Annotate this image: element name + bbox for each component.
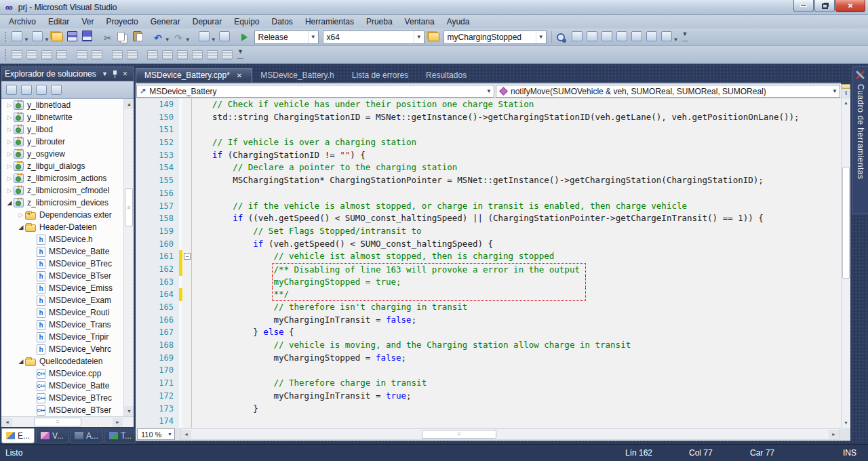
scroll-up-icon[interactable]: ▲: [124, 99, 134, 109]
configuration-combo[interactable]: Release ▼: [254, 31, 319, 44]
tree-item[interactable]: ▷y_librouter: [1, 136, 134, 148]
code-line-160[interactable]: 160if (veh.getSpeed() < SUMO_const_halti…: [136, 238, 841, 251]
code-line-162[interactable]: 162/** Disabling of line 163 will provok…: [136, 263, 841, 276]
menu-ayuda[interactable]: Ayuda: [441, 16, 476, 28]
quick-info-icon[interactable]: [40, 48, 54, 62]
code-line-168[interactable]: 168// vehicle is moving, and the Chargin…: [136, 339, 841, 352]
tree-item[interactable]: ▷y_libnetload: [1, 99, 134, 111]
chevron-down-icon[interactable]: ▼: [536, 31, 546, 43]
types-dropdown[interactable]: ↗ MSDevice_Battery ▼: [136, 85, 494, 98]
scrollbar-thumb[interactable]: ≡: [125, 188, 133, 226]
code-line-174[interactable]: 174: [136, 415, 841, 428]
class-view-icon[interactable]: [600, 29, 614, 43]
expand-icon[interactable]: ▷: [5, 114, 14, 121]
code-line-159[interactable]: 159// Set Flags Stopped/intransit to: [136, 225, 841, 238]
collapse-icon[interactable]: ◢: [5, 199, 14, 206]
code-line-153[interactable]: 153if (ChargingStationID != "") {: [136, 149, 841, 162]
tree-vertical-scrollbar[interactable]: ▲ ≡ ▼: [123, 99, 134, 416]
view-class-diagram-icon[interactable]: [35, 83, 48, 97]
expand-icon[interactable]: ▷: [5, 187, 14, 194]
expand-icon[interactable]: ▷: [5, 126, 14, 133]
tree-item[interactable]: hMSDevice_Batte: [1, 245, 134, 258]
scroll-up-icon[interactable]: ▲: [842, 98, 850, 108]
tree-item[interactable]: hMSDevice_Exam: [1, 294, 134, 306]
tree-item[interactable]: ◢Quellcodedateien: [1, 355, 134, 367]
code-line-151[interactable]: 151: [136, 123, 841, 136]
new-project-icon[interactable]: [10, 29, 24, 43]
save-icon[interactable]: [66, 29, 79, 43]
platform-combo[interactable]: x64 ▼: [323, 31, 425, 44]
tree-item[interactable]: ▷y_osgview: [1, 148, 134, 160]
code-editor[interactable]: 149// Check if vehicle has under their p…: [136, 98, 841, 428]
menu-editar[interactable]: Editar: [42, 16, 75, 28]
code-line-173[interactable]: 173}: [136, 403, 841, 416]
code-line-157[interactable]: 157// if the vehicle is almost stopped, …: [136, 200, 841, 213]
tab-lista-de-errores[interactable]: Lista de errores: [344, 68, 418, 83]
chevron-down-icon[interactable]: ▼: [673, 37, 679, 43]
undo-icon[interactable]: [151, 31, 165, 45]
tree-item[interactable]: hMSDevice.h: [1, 233, 134, 245]
collapse-icon[interactable]: ◢: [17, 358, 25, 365]
chevron-down-icon[interactable]: ▼: [167, 432, 174, 437]
toolbar-overflow-icon[interactable]: ▼—: [237, 48, 243, 62]
chevron-down-icon[interactable]: ▼: [24, 37, 29, 43]
navigate-backward-icon[interactable]: [197, 29, 211, 43]
code-line-166[interactable]: 166myChargingInTransit = false;: [136, 314, 841, 327]
command-window-icon[interactable]: [660, 29, 673, 43]
solution-explorer-icon[interactable]: [630, 29, 644, 43]
tree-item[interactable]: ◢z_libmicrosim_devices: [1, 197, 134, 209]
tab-class-view[interactable]: V...: [36, 428, 68, 443]
scrollbar-thumb[interactable]: ≡: [34, 418, 81, 426]
toolbox-icon[interactable]: [615, 29, 629, 43]
close-panel-icon[interactable]: ✕: [120, 71, 130, 77]
tree-item[interactable]: ▷z_libmicrosim_cfmodel: [1, 184, 134, 197]
chevron-down-icon[interactable]: ▼: [165, 37, 170, 43]
menu-equipo[interactable]: Equipo: [228, 16, 265, 28]
expand-icon[interactable]: ▷: [5, 102, 14, 108]
minimize-button[interactable]: [793, 0, 814, 12]
menu-depurar[interactable]: Depurar: [186, 16, 228, 28]
code-line-167[interactable]: 167} else {: [136, 326, 841, 339]
start-debug-icon[interactable]: [238, 31, 252, 44]
scrollbar-thumb[interactable]: ≡: [422, 430, 496, 439]
scroll-left-icon[interactable]: ◄: [2, 418, 12, 427]
tree-item[interactable]: C++MSDevice_BTser: [1, 404, 134, 416]
tree-item[interactable]: hMSDevice_Routi: [1, 306, 134, 319]
navigate-forward-icon[interactable]: [218, 29, 231, 43]
tree-item[interactable]: ▷z_libmicrosim_actions: [1, 172, 134, 184]
code-line-155[interactable]: 155MSChargingStation* ChargingStationPoi…: [136, 174, 841, 187]
increase-indent-icon[interactable]: [75, 48, 89, 62]
open-file-icon[interactable]: [51, 30, 64, 43]
split-window-icon[interactable]: ⇕: [842, 89, 850, 98]
extension-manager-icon[interactable]: [645, 29, 658, 43]
tree-item[interactable]: C++MSDevice_Batte: [1, 380, 134, 392]
code-line-150[interactable]: 150std::string ChargingStationID = MSNet…: [136, 111, 841, 124]
window-position-icon[interactable]: ▼: [100, 71, 110, 77]
expand-icon[interactable]: ▷: [5, 163, 14, 169]
complete-word-icon[interactable]: [55, 48, 68, 62]
close-button[interactable]: ✕: [835, 0, 865, 12]
collapse-icon[interactable]: ◢: [17, 224, 25, 230]
code-line-165[interactable]: 165// therefore isn't charging in transi…: [136, 301, 841, 314]
tree-item[interactable]: ◢Header-Dateien: [1, 221, 134, 233]
scroll-down-icon[interactable]: ▼: [124, 406, 134, 416]
toolbox-tab[interactable]: Cuadro de herramientas: [852, 66, 868, 214]
prev-bookmark-icon[interactable]: [161, 48, 174, 62]
paste-icon[interactable]: [131, 29, 144, 43]
tree-item[interactable]: hMSDevice_Trans: [1, 319, 134, 331]
view-designer-icon[interactable]: [50, 83, 63, 97]
tree-horizontal-scrollbar[interactable]: ◄ ≡ ►: [1, 416, 134, 427]
expand-icon[interactable]: ▷: [5, 175, 14, 182]
find-in-files-icon[interactable]: [427, 31, 441, 44]
code-line-158[interactable]: 158if ((veh.getSpeed() < SUMO_const_halt…: [136, 212, 841, 225]
menu-generar[interactable]: Generar: [144, 16, 186, 28]
find-symbol-icon[interactable]: [555, 31, 569, 45]
tree-item[interactable]: hMSDevice_BTser: [1, 270, 134, 282]
add-item-icon[interactable]: [31, 29, 44, 43]
code-line-171[interactable]: 171// Therefore charge in transit: [136, 377, 841, 390]
comment-lines-icon[interactable]: [111, 48, 124, 62]
scroll-right-icon[interactable]: ►: [829, 430, 839, 439]
toolbar-grip[interactable]: [4, 31, 7, 43]
code-line-172[interactable]: 172myChargingInTransit = true;: [136, 390, 841, 403]
tree-item[interactable]: hMSDevice_Tripir: [1, 331, 134, 343]
